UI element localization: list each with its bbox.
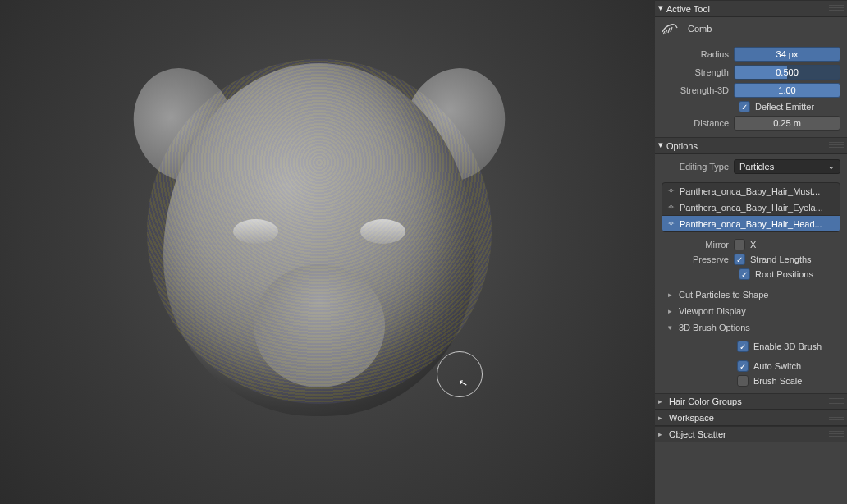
panel-grip-icon <box>829 142 844 149</box>
preserve-strand-label: Strand Lengths <box>750 254 812 264</box>
deflect-emitter-checkbox[interactable]: ✓ <box>739 101 750 112</box>
panel-grip-icon <box>829 415 844 421</box>
particle-system-name: Panthera_onca_Baby_Hair_Must... <box>680 186 835 196</box>
particle-system-item[interactable]: ✧ Panthera_onca_Baby_Hair_Eyela... <box>662 199 840 216</box>
mirror-x-checkbox[interactable] <box>734 239 745 250</box>
particle-icon: ✧ <box>667 218 675 229</box>
particle-system-item[interactable]: ✧ Panthera_onca_Baby_Hair_Head... <box>662 216 840 231</box>
auto-switch-label: Auto Switch <box>753 361 801 371</box>
auto-switch-checkbox[interactable]: ✓ <box>737 360 749 372</box>
strength-label: Strength <box>662 67 729 77</box>
brush-scale-label: Brush Scale <box>753 376 802 386</box>
particle-system-name: Panthera_onca_Baby_Hair_Eyela... <box>680 203 835 213</box>
particle-system-list: ✧ Panthera_onca_Baby_Hair_Must... ✧ Pant… <box>662 182 840 232</box>
disclosure-right-icon: ▸ <box>668 291 672 299</box>
subpanel-3d-brush-options[interactable]: ▾ 3D Brush Options <box>655 319 847 336</box>
panel-title: Active Tool <box>666 4 710 14</box>
distance-label: Distance <box>662 118 729 128</box>
disclosure-down-icon: ▾ <box>658 140 663 150</box>
chevron-down-icon: ⌄ <box>828 163 835 171</box>
panel-header-hair-color-groups[interactable]: ▸ Hair Color Groups <box>655 393 847 410</box>
mirror-label: Mirror <box>662 240 729 250</box>
particle-icon: ✧ <box>667 202 675 213</box>
active-tool-row: Comb <box>655 17 847 42</box>
radius-label: Radius <box>662 49 729 59</box>
disclosure-right-icon: ▸ <box>668 307 672 315</box>
enable-3d-brush-label: Enable 3D Brush <box>753 341 822 351</box>
particle-icon: ✧ <box>667 186 675 196</box>
disclosure-right-icon: ▸ <box>658 414 662 422</box>
distance-field[interactable]: 0.25 m <box>734 116 840 131</box>
enable-3d-brush-checkbox[interactable]: ✓ <box>737 341 749 352</box>
panel-header-workspace[interactable]: ▸ Workspace <box>655 410 847 426</box>
strength3d-label: Strength-3D <box>662 85 729 95</box>
particle-system-name: Panthera_onca_Baby_Hair_Head... <box>680 219 835 229</box>
brush-radius-indicator <box>437 351 483 397</box>
disclosure-down-icon: ▾ <box>668 323 672 332</box>
panel-header-object-scatter[interactable]: ▸ Object Scatter <box>655 426 847 442</box>
subpanel-cut-particles[interactable]: ▸ Cut Particles to Shape <box>655 286 847 303</box>
preserve-root-label: Root Positions <box>755 269 813 279</box>
preserve-label: Preserve <box>662 254 729 264</box>
mirror-x-label: X <box>750 240 756 250</box>
preserve-root-checkbox[interactable]: ✓ <box>739 268 750 280</box>
disclosure-down-icon: ▾ <box>658 2 663 13</box>
deflect-emitter-label: Deflect Emitter <box>755 102 814 112</box>
viewport-content <box>0 0 655 504</box>
active-tool-name: Comb <box>688 24 712 34</box>
panel-header-active-tool[interactable]: ▾ Active Tool <box>655 0 847 17</box>
disclosure-right-icon: ▸ <box>658 397 662 405</box>
editing-type-label: Editing Type <box>662 162 729 172</box>
preserve-strand-checkbox[interactable]: ✓ <box>734 254 745 265</box>
comb-tool-icon <box>660 21 680 37</box>
properties-sidebar: ▾ Active Tool Comb Radius 34 px Strength… <box>655 0 847 504</box>
strength-field[interactable]: 0.500 <box>734 65 840 80</box>
strength3d-field[interactable]: 1.00 <box>734 83 840 98</box>
panel-title: Options <box>666 141 698 151</box>
brush-scale-checkbox[interactable] <box>737 375 749 387</box>
radius-field[interactable]: 34 px <box>734 47 840 62</box>
panel-grip-icon <box>829 5 844 11</box>
viewport-3d[interactable]: ↖ <box>0 0 655 504</box>
subpanel-viewport-display[interactable]: ▸ Viewport Display <box>655 303 847 319</box>
particle-system-item[interactable]: ✧ Panthera_onca_Baby_Hair_Must... <box>662 183 840 199</box>
disclosure-right-icon: ▸ <box>658 430 662 438</box>
panel-header-options[interactable]: ▾ Options <box>655 137 847 154</box>
editing-type-dropdown[interactable]: Particles ⌄ <box>734 159 840 174</box>
panel-grip-icon <box>829 431 844 438</box>
panel-grip-icon <box>829 398 844 405</box>
